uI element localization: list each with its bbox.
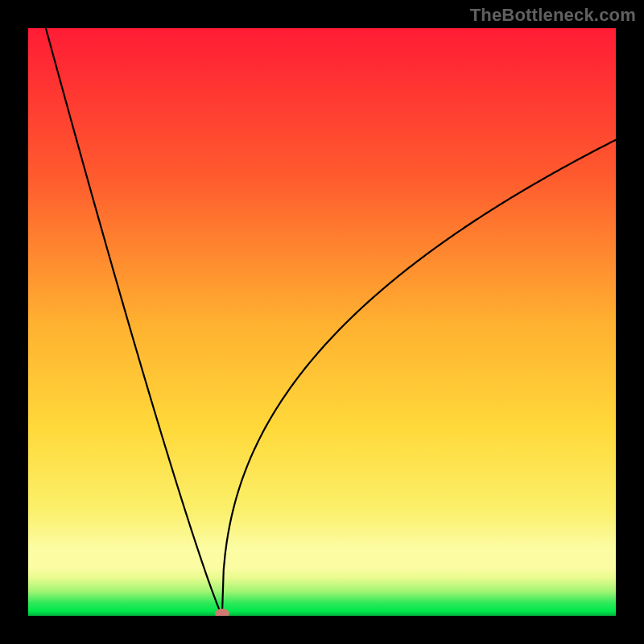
chart-frame: TheBottleneck.com — [0, 0, 644, 644]
watermark-text: TheBottleneck.com — [470, 5, 636, 26]
gradient-background — [28, 28, 616, 616]
plot-svg — [28, 28, 616, 616]
plot-area — [28, 28, 616, 616]
